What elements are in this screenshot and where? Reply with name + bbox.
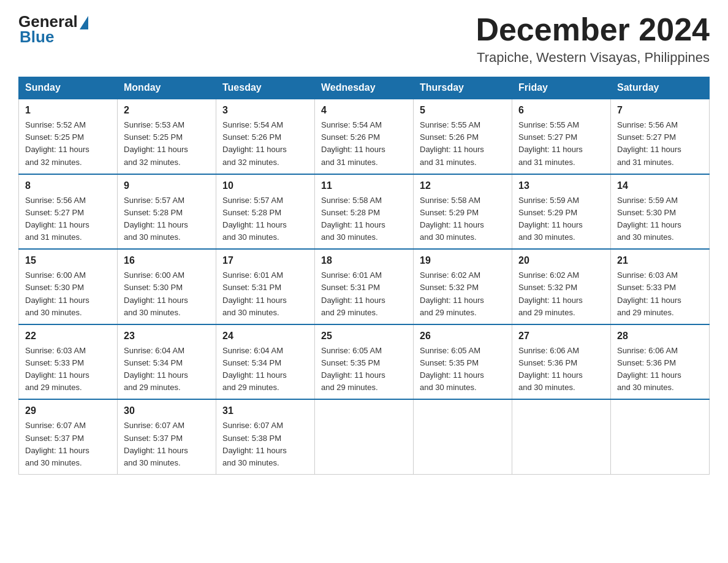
day-info: Sunrise: 5:57 AMSunset: 5:28 PMDaylight:… xyxy=(222,194,308,244)
calendar-week-row: 29Sunrise: 6:07 AMSunset: 5:37 PMDayligh… xyxy=(19,399,710,474)
calendar-cell xyxy=(611,399,710,474)
day-number: 19 xyxy=(420,253,506,268)
title-block: December 2024 Trapiche, Western Visayas,… xyxy=(476,12,710,66)
day-info: Sunrise: 5:52 AMSunset: 5:25 PMDaylight:… xyxy=(25,119,111,169)
day-info: Sunrise: 5:54 AMSunset: 5:26 PMDaylight:… xyxy=(222,119,308,169)
day-number: 11 xyxy=(321,178,407,193)
calendar-week-row: 22Sunrise: 6:03 AMSunset: 5:33 PMDayligh… xyxy=(19,324,710,400)
calendar-cell: 9Sunrise: 5:57 AMSunset: 5:28 PMDaylight… xyxy=(118,174,216,250)
day-info: Sunrise: 6:07 AMSunset: 5:38 PMDaylight:… xyxy=(222,419,308,469)
day-info: Sunrise: 6:07 AMSunset: 5:37 PMDaylight:… xyxy=(25,419,111,469)
calendar-cell: 17Sunrise: 6:01 AMSunset: 5:31 PMDayligh… xyxy=(216,249,315,324)
calendar-cell: 7Sunrise: 5:56 AMSunset: 5:27 PMDaylight… xyxy=(611,99,710,174)
day-number: 22 xyxy=(25,329,111,343)
day-info: Sunrise: 6:05 AMSunset: 5:35 PMDaylight:… xyxy=(321,345,407,394)
calendar-cell: 27Sunrise: 6:06 AMSunset: 5:36 PMDayligh… xyxy=(512,324,611,400)
day-number: 23 xyxy=(124,329,210,343)
day-info: Sunrise: 6:01 AMSunset: 5:31 PMDaylight:… xyxy=(222,269,308,319)
day-info: Sunrise: 5:57 AMSunset: 5:28 PMDaylight:… xyxy=(124,194,210,244)
day-info: Sunrise: 6:03 AMSunset: 5:33 PMDaylight:… xyxy=(25,345,111,394)
calendar-header-row: SundayMondayTuesdayWednesdayThursdayFrid… xyxy=(19,77,710,99)
col-header-saturday: Saturday xyxy=(611,77,710,99)
day-number: 29 xyxy=(25,404,111,418)
calendar-cell: 22Sunrise: 6:03 AMSunset: 5:33 PMDayligh… xyxy=(19,324,118,400)
location-subtitle: Trapiche, Western Visayas, Philippines xyxy=(476,50,710,66)
day-info: Sunrise: 5:53 AMSunset: 5:25 PMDaylight:… xyxy=(124,119,210,169)
day-info: Sunrise: 5:56 AMSunset: 5:27 PMDaylight:… xyxy=(617,119,703,169)
col-header-sunday: Sunday xyxy=(19,77,118,99)
day-number: 1 xyxy=(25,103,111,118)
calendar-cell: 28Sunrise: 6:06 AMSunset: 5:36 PMDayligh… xyxy=(611,324,710,400)
day-number: 5 xyxy=(420,103,506,118)
day-number: 25 xyxy=(321,329,407,343)
day-info: Sunrise: 5:56 AMSunset: 5:27 PMDaylight:… xyxy=(25,194,111,244)
calendar-cell: 13Sunrise: 5:59 AMSunset: 5:29 PMDayligh… xyxy=(512,174,611,250)
calendar-table: SundayMondayTuesdayWednesdayThursdayFrid… xyxy=(18,77,710,475)
day-info: Sunrise: 6:00 AMSunset: 5:30 PMDaylight:… xyxy=(25,269,111,319)
day-number: 26 xyxy=(420,329,506,343)
calendar-cell xyxy=(512,399,611,474)
day-info: Sunrise: 6:03 AMSunset: 5:33 PMDaylight:… xyxy=(617,269,703,319)
day-number: 2 xyxy=(124,103,210,118)
calendar-week-row: 1Sunrise: 5:52 AMSunset: 5:25 PMDaylight… xyxy=(19,99,710,174)
day-info: Sunrise: 5:55 AMSunset: 5:27 PMDaylight:… xyxy=(518,119,604,169)
day-info: Sunrise: 6:04 AMSunset: 5:34 PMDaylight:… xyxy=(222,345,308,394)
day-number: 21 xyxy=(617,253,703,268)
calendar-cell: 14Sunrise: 5:59 AMSunset: 5:30 PMDayligh… xyxy=(611,174,710,250)
calendar-cell: 19Sunrise: 6:02 AMSunset: 5:32 PMDayligh… xyxy=(414,249,512,324)
calendar-cell: 25Sunrise: 6:05 AMSunset: 5:35 PMDayligh… xyxy=(315,324,414,400)
page-header: General Blue December 2024 Trapiche, Wes… xyxy=(18,12,710,66)
calendar-cell: 4Sunrise: 5:54 AMSunset: 5:26 PMDaylight… xyxy=(315,99,414,174)
logo: General Blue xyxy=(18,12,88,45)
day-number: 6 xyxy=(518,103,604,118)
day-number: 30 xyxy=(124,404,210,418)
day-number: 14 xyxy=(617,178,703,193)
day-info: Sunrise: 5:58 AMSunset: 5:28 PMDaylight:… xyxy=(321,194,407,244)
day-info: Sunrise: 6:07 AMSunset: 5:37 PMDaylight:… xyxy=(124,419,210,469)
day-info: Sunrise: 6:05 AMSunset: 5:35 PMDaylight:… xyxy=(420,345,506,394)
month-title: December 2024 xyxy=(476,12,710,47)
calendar-cell xyxy=(414,399,512,474)
calendar-week-row: 15Sunrise: 6:00 AMSunset: 5:30 PMDayligh… xyxy=(19,249,710,324)
calendar-cell: 23Sunrise: 6:04 AMSunset: 5:34 PMDayligh… xyxy=(118,324,216,400)
calendar-cell: 2Sunrise: 5:53 AMSunset: 5:25 PMDaylight… xyxy=(118,99,216,174)
calendar-cell: 30Sunrise: 6:07 AMSunset: 5:37 PMDayligh… xyxy=(118,399,216,474)
calendar-cell: 24Sunrise: 6:04 AMSunset: 5:34 PMDayligh… xyxy=(216,324,315,400)
day-info: Sunrise: 5:54 AMSunset: 5:26 PMDaylight:… xyxy=(321,119,407,169)
calendar-cell: 15Sunrise: 6:00 AMSunset: 5:30 PMDayligh… xyxy=(19,249,118,324)
logo-blue-text: Blue xyxy=(20,29,54,45)
calendar-cell: 21Sunrise: 6:03 AMSunset: 5:33 PMDayligh… xyxy=(611,249,710,324)
calendar-cell: 8Sunrise: 5:56 AMSunset: 5:27 PMDaylight… xyxy=(19,174,118,250)
calendar-week-row: 8Sunrise: 5:56 AMSunset: 5:27 PMDaylight… xyxy=(19,174,710,250)
calendar-cell: 16Sunrise: 6:00 AMSunset: 5:30 PMDayligh… xyxy=(118,249,216,324)
calendar-cell: 12Sunrise: 5:58 AMSunset: 5:29 PMDayligh… xyxy=(414,174,512,250)
col-header-friday: Friday xyxy=(512,77,611,99)
calendar-cell: 11Sunrise: 5:58 AMSunset: 5:28 PMDayligh… xyxy=(315,174,414,250)
day-number: 18 xyxy=(321,253,407,268)
day-info: Sunrise: 5:58 AMSunset: 5:29 PMDaylight:… xyxy=(420,194,506,244)
day-number: 8 xyxy=(25,178,111,193)
calendar-cell: 6Sunrise: 5:55 AMSunset: 5:27 PMDaylight… xyxy=(512,99,611,174)
calendar-cell: 29Sunrise: 6:07 AMSunset: 5:37 PMDayligh… xyxy=(19,399,118,474)
day-number: 3 xyxy=(222,103,308,118)
day-info: Sunrise: 5:59 AMSunset: 5:30 PMDaylight:… xyxy=(617,194,703,244)
col-header-monday: Monday xyxy=(118,77,216,99)
day-number: 28 xyxy=(617,329,703,343)
calendar-cell: 3Sunrise: 5:54 AMSunset: 5:26 PMDaylight… xyxy=(216,99,315,174)
day-info: Sunrise: 5:59 AMSunset: 5:29 PMDaylight:… xyxy=(518,194,604,244)
col-header-wednesday: Wednesday xyxy=(315,77,414,99)
day-number: 31 xyxy=(222,404,308,418)
calendar-cell: 1Sunrise: 5:52 AMSunset: 5:25 PMDaylight… xyxy=(19,99,118,174)
day-number: 13 xyxy=(518,178,604,193)
calendar-cell xyxy=(315,399,414,474)
col-header-thursday: Thursday xyxy=(414,77,512,99)
day-number: 17 xyxy=(222,253,308,268)
day-number: 24 xyxy=(222,329,308,343)
calendar-cell: 5Sunrise: 5:55 AMSunset: 5:26 PMDaylight… xyxy=(414,99,512,174)
col-header-tuesday: Tuesday xyxy=(216,77,315,99)
day-info: Sunrise: 6:06 AMSunset: 5:36 PMDaylight:… xyxy=(518,345,604,394)
day-info: Sunrise: 6:00 AMSunset: 5:30 PMDaylight:… xyxy=(124,269,210,319)
day-info: Sunrise: 6:01 AMSunset: 5:31 PMDaylight:… xyxy=(321,269,407,319)
day-info: Sunrise: 6:02 AMSunset: 5:32 PMDaylight:… xyxy=(518,269,604,319)
day-number: 12 xyxy=(420,178,506,193)
